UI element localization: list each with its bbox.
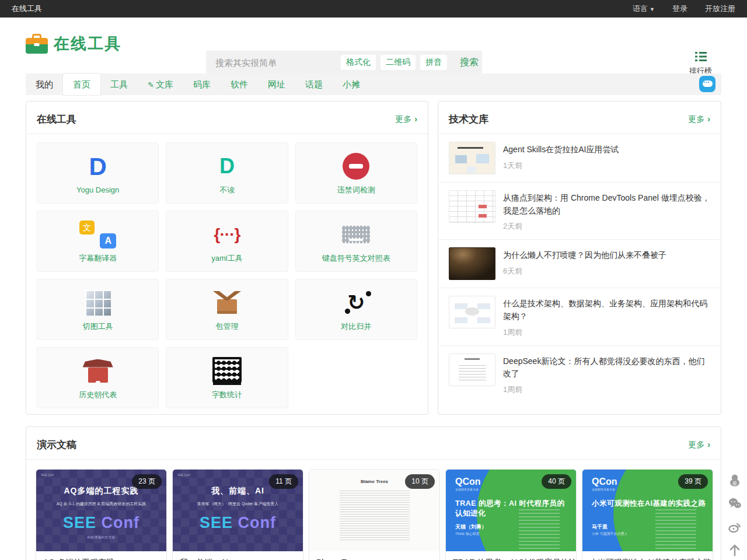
tool-card-package-manager[interactable]: 包管理: [166, 279, 288, 340]
tab-home[interactable]: 首页: [63, 74, 100, 95]
topbar: 在线工具 语言▼ 登录 开放注册: [0, 0, 747, 18]
cycle-arrows-icon: [296, 288, 417, 318]
article-thumbnail: [449, 296, 495, 328]
tool-card-yogu-design[interactable]: Yogu Design: [37, 142, 159, 204]
library-panel-title: 技术文库: [449, 113, 488, 126]
tool-card-budu[interactable]: 不读: [166, 142, 288, 204]
article-item[interactable]: 从痛点到架构：用 Chrome DevTools Panel 做埋点校验，我是怎…: [438, 183, 721, 240]
qcon-logo: QCon: [592, 477, 617, 487]
presentations-panel: 演示文稿 更多 SEE Conf AQ多端的工程实践 AQ 从 0-1 的建设历…: [26, 426, 721, 560]
slides-row: SEE Conf AQ多端的工程实践 AQ 从 0-1 的建设历程 & 前端高效…: [26, 460, 721, 560]
article-item[interactable]: DeepSeek新论文：所有人都觉得没必要改的东西，他们改了 1周前: [438, 346, 721, 402]
tech-library-panel: 技术文库 更多 Agent Skills在货拉拉AI应用尝试 1天前 从痛点到架…: [438, 101, 721, 415]
main-content: 在线工具 更多 Yogu Design 不读 违禁词检测 字幕翻译器 y: [26, 101, 721, 415]
nav-strip: 我的 首页 工具 ✎文库 码库 软件 网址 话题 小摊: [26, 74, 721, 95]
article-thumbnail: [449, 354, 495, 386]
search-button[interactable]: 搜索: [460, 57, 479, 69]
article-item[interactable]: 为什么懒人不打喷嚏？因为他们从来不叠被子 6天前: [438, 240, 721, 288]
tool-card-image-slicer[interactable]: 切图工具: [37, 279, 159, 340]
page-count-badge: 23 页: [132, 474, 162, 489]
online-tools-panel: 在线工具 更多 Yogu Design 不读 违禁词检测 字幕翻译器 y: [26, 101, 428, 415]
slide-thumbnail: SEE Conf AQ多端的工程实践 AQ 从 0-1 的建设历程 & 前端高效…: [36, 470, 166, 551]
forbidden-sign-icon: [296, 151, 417, 181]
library-more-link[interactable]: 更多: [688, 114, 710, 125]
abacus-icon: [166, 356, 287, 386]
tower-silhouette-decor: [655, 509, 696, 551]
article-thumbnail: [449, 247, 495, 280]
tools-more-link[interactable]: 更多: [395, 114, 417, 125]
site-logo-briefcase-icon[interactable]: [26, 34, 48, 54]
braces-icon: [166, 219, 287, 250]
wechat-icon[interactable]: [727, 496, 742, 511]
tab-software[interactable]: 软件: [221, 74, 258, 95]
slides-panel-title: 演示文稿: [37, 438, 76, 452]
slide-card-xiaomi[interactable]: QCon 全球软件开发大会 小米可观测性在AI基建的实践之路 马千里 小米 可观…: [582, 469, 713, 560]
tab-mine[interactable]: 我的: [26, 74, 63, 95]
tool-card-word-count[interactable]: 字数统计: [166, 347, 288, 408]
slide-card-aq[interactable]: SEE Conf AQ多端的工程实践 AQ 从 0-1 的建设历程 & 前端高效…: [36, 469, 167, 560]
tool-card-dynasty-table[interactable]: 历史朝代表: [37, 347, 159, 408]
tool-card-yaml[interactable]: yaml工具: [166, 211, 288, 272]
tab-stall[interactable]: 小摊: [333, 74, 370, 95]
paper-text-lines: [340, 489, 410, 541]
tab-topics[interactable]: 话题: [295, 74, 333, 95]
tools-panel-title: 在线工具: [37, 113, 76, 126]
tab-tools[interactable]: 工具: [100, 74, 138, 95]
tab-websites[interactable]: 网址: [258, 74, 295, 95]
slide-card-blame-trees[interactable]: Blame Trees 10 页 Blame Trees: [309, 469, 440, 560]
topbar-brand: 在线工具: [12, 4, 42, 14]
ranking-list-icon: [695, 51, 707, 62]
translate-bubbles-icon: [37, 219, 158, 250]
tool-card-diff-merge[interactable]: 对比归并: [295, 279, 417, 340]
article-item[interactable]: Agent Skills在货拉拉AI应用尝试 1天前: [438, 134, 721, 183]
chat-bubble-icon[interactable]: [699, 76, 715, 92]
tool-card-forbidden-words[interactable]: 违禁词检测: [295, 142, 417, 204]
site-title: 在线工具: [54, 33, 121, 54]
slide-thumbnail: Blame Trees 10 页: [309, 470, 439, 551]
caret-down-icon: ▼: [650, 6, 655, 12]
slide-card-trae[interactable]: QCon 全球软件开发大会 TRAE 的思考：AI 时代程序员的认知进化 天猫（…: [445, 469, 577, 560]
seeconf-logo: SEE Conf: [173, 515, 303, 531]
slide-thumbnail: QCon 全球软件开发大会 小米可观测性在AI基建的实践之路 马千里 小米 可观…: [582, 470, 713, 551]
chinese-gate-icon: [37, 356, 158, 386]
article-time: 6天前: [503, 266, 666, 276]
ranking-entry[interactable]: 排行榜: [689, 51, 712, 76]
slides-more-link[interactable]: 更多: [688, 440, 710, 450]
tools-grid: Yogu Design 不读 违禁词检测 字幕翻译器 yaml工具 键盘符号英文…: [26, 134, 428, 415]
search-input[interactable]: [206, 58, 341, 68]
page-count-badge: 11 页: [269, 474, 298, 489]
article-time: 1天前: [503, 160, 619, 171]
floating-share-column: [727, 473, 742, 558]
qcon-logo: QCon: [455, 477, 481, 487]
article-time: 1周前: [503, 384, 710, 395]
tab-code[interactable]: 码库: [183, 74, 221, 95]
pencil-icon: ✎: [148, 80, 154, 89]
budu-icon: [166, 151, 287, 181]
seeconf-logo: SEE Conf: [36, 515, 166, 531]
slide-card-frontend-ai[interactable]: SEE Conf 我、前端、AI 朱华军（阿大）· 阿里云 Qoder 客户端负…: [172, 469, 303, 560]
tool-card-keyboard-symbols[interactable]: 键盘符号英文对照表: [295, 211, 417, 272]
image-grid-icon: [37, 288, 158, 318]
page-count-badge: 10 页: [405, 474, 435, 489]
open-box-icon: [166, 288, 287, 318]
search-bar: 格式化 二维码 拼音 搜索: [206, 51, 482, 74]
tab-library[interactable]: ✎文库: [138, 74, 183, 95]
slide-thumbnail: SEE Conf 我、前端、AI 朱华军（阿大）· 阿里云 Qoder 客户端负…: [173, 470, 303, 551]
tool-card-subtitle-translator[interactable]: 字幕翻译器: [37, 211, 159, 272]
back-to-top-icon[interactable]: [727, 542, 742, 558]
register-link[interactable]: 开放注册: [705, 4, 735, 14]
weibo-icon[interactable]: [727, 519, 742, 534]
shortcut-format[interactable]: 格式化: [341, 55, 376, 70]
language-menu[interactable]: 语言▼: [633, 4, 655, 14]
article-time: 2天前: [503, 221, 710, 232]
yogu-design-icon: [37, 152, 158, 182]
article-item[interactable]: 什么是技术架构、数据架构、业务架构、应用架构和代码架构？ 1周前: [438, 288, 721, 345]
shortcut-pinyin[interactable]: 拼音: [420, 55, 447, 70]
article-thumbnail: [449, 190, 495, 223]
login-link[interactable]: 登录: [672, 4, 687, 14]
article-time: 1周前: [503, 327, 710, 338]
shortcut-qrcode[interactable]: 二维码: [381, 55, 416, 70]
page-count-badge: 40 页: [542, 474, 571, 489]
article-thumbnail: [449, 142, 495, 174]
qq-icon[interactable]: [727, 473, 742, 488]
